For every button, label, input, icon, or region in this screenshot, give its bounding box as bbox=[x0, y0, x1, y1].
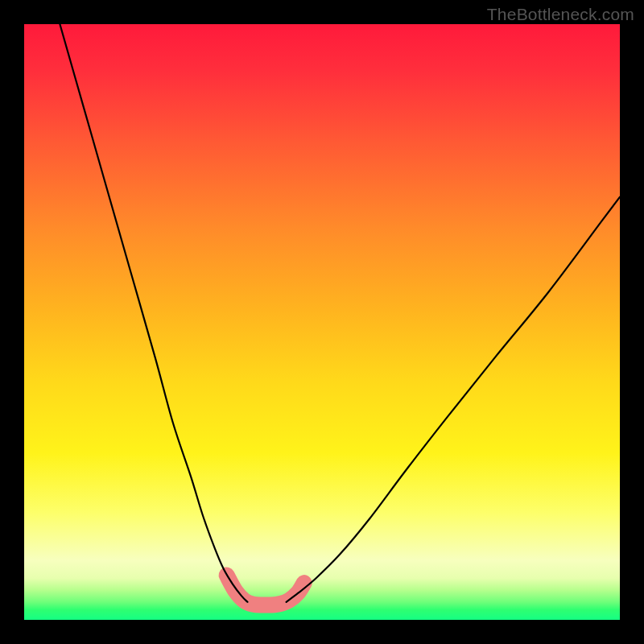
curve-layer bbox=[24, 24, 620, 620]
watermark-text: TheBottleneck.com bbox=[487, 5, 634, 24]
valley-highlight-trace bbox=[227, 576, 304, 605]
stage: TheBottleneck.com bbox=[0, 0, 644, 644]
chart-area bbox=[24, 24, 620, 620]
right-branch-curve bbox=[287, 197, 620, 602]
left-branch-curve bbox=[60, 24, 247, 602]
